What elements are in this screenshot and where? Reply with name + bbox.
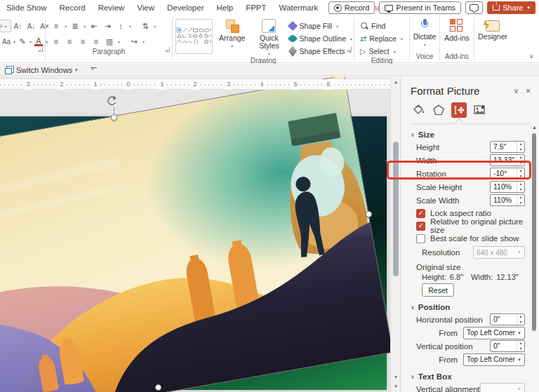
- width-spinner[interactable]: 13.33"▲▼: [490, 154, 525, 166]
- ribbon-pin-icon[interactable]: [91, 67, 97, 72]
- scroll-up-icon[interactable]: ▲: [391, 79, 400, 84]
- canvas-scrollbar[interactable]: ▲ ▼ ▲: [390, 77, 400, 392]
- slide-canvas[interactable]: 3 2 1 0 1 2 3 4 5 6 ▲ ▼ ▲: [0, 77, 400, 392]
- picture-bottom-handle[interactable]: [155, 384, 161, 391]
- rotation-label: Rotation: [416, 170, 490, 178]
- replace-icon: [360, 34, 366, 43]
- addins-button[interactable]: Add-ins: [441, 18, 473, 42]
- textbox-section-header[interactable]: ∨Text Box: [411, 372, 539, 381]
- decrease-font-size-icon[interactable]: [25, 20, 38, 32]
- align-right-icon[interactable]: [76, 35, 89, 48]
- shape-effects-button[interactable]: Shape Effects▾: [289, 46, 354, 57]
- position-section-header[interactable]: ∨Position: [411, 303, 539, 311]
- reset-button[interactable]: Reset: [422, 283, 454, 297]
- arrange-button[interactable]: Arrange ▾: [215, 18, 248, 48]
- share-button[interactable]: Share ▾: [487, 1, 535, 14]
- menu-tab-watermark[interactable]: Watermark: [273, 0, 325, 15]
- panel-collapse-icon[interactable]: ∨: [514, 87, 519, 95]
- change-case-icon[interactable]: [0, 35, 13, 48]
- menu-tab-record[interactable]: Record: [53, 0, 92, 15]
- horizontal-position-spinner[interactable]: 0"▲▼: [490, 313, 525, 325]
- lock-aspect-ratio-checkbox[interactable]: [416, 209, 425, 218]
- menu-tab-developer[interactable]: Developer: [161, 0, 210, 15]
- ruler-mark: 2: [58, 79, 65, 90]
- drawing-dialog-launcher-icon[interactable]: [347, 47, 352, 52]
- size-section-header[interactable]: ∨Size: [411, 130, 539, 139]
- panel-scrollbar-thumb[interactable]: [532, 133, 536, 331]
- width-label: Width: [416, 156, 490, 165]
- font-color-icon[interactable]: A: [34, 37, 42, 46]
- increase-indent-icon[interactable]: [101, 20, 114, 32]
- designer-button[interactable]: Designer: [474, 18, 511, 41]
- relative-original-row[interactable]: Relative to original picture size: [416, 219, 539, 232]
- horizontal-from-dropdown[interactable]: Top Left Corner▼: [463, 327, 525, 339]
- best-scale-checkbox[interactable]: [416, 234, 425, 243]
- menu-tab-slide-show[interactable]: Slide Show: [0, 0, 53, 15]
- rotation-handle-icon[interactable]: [105, 95, 118, 107]
- menu-tab-view[interactable]: View: [131, 0, 161, 15]
- ruler-mark: 3: [24, 79, 32, 90]
- shape-fill-button[interactable]: Shape Fill▾: [289, 20, 354, 32]
- shape-outline-button[interactable]: Shape Outline▾: [289, 33, 354, 44]
- decrease-indent-icon[interactable]: [88, 20, 100, 32]
- columns-icon[interactable]: [103, 35, 116, 48]
- find-button[interactable]: Find: [360, 20, 404, 32]
- panel-scroll-up-icon[interactable]: ▲: [532, 125, 537, 130]
- quick-styles-button[interactable]: Quick Styles ▾: [251, 18, 286, 56]
- text-highlight-icon[interactable]: [16, 35, 29, 48]
- increase-font-size-icon[interactable]: [12, 20, 25, 32]
- picture-top-handle[interactable]: [111, 114, 117, 121]
- scale-width-spinner[interactable]: 110%▲▼: [490, 194, 525, 206]
- canvas-scrollbar-thumb[interactable]: [393, 142, 399, 276]
- dictate-button[interactable]: Dictate ▾: [410, 18, 440, 47]
- scale-height-spinner[interactable]: 110%▲▼: [490, 181, 525, 193]
- align-center-icon[interactable]: [63, 35, 76, 48]
- vertical-position-label: Vertical position: [416, 342, 490, 351]
- tab-fill-line[interactable]: [411, 102, 426, 118]
- horizontal-position-label: Horizontal position: [416, 316, 490, 324]
- panel-close-icon[interactable]: ×: [526, 86, 531, 96]
- menu-tab-fppt[interactable]: FPPT: [239, 0, 272, 15]
- replace-label: Replace: [369, 34, 397, 43]
- height-spinner[interactable]: 7.5"▲▼: [490, 141, 525, 153]
- record-button[interactable]: Record: [328, 1, 375, 14]
- sort-icon[interactable]: [139, 20, 152, 32]
- original-size-values: Height: 6.8" Width: 12.13": [422, 273, 539, 281]
- select-button[interactable]: Select▾: [360, 46, 404, 57]
- tab-size-properties[interactable]: [451, 102, 467, 118]
- align-justify-icon[interactable]: [90, 35, 102, 48]
- paragraph-dialog-launcher-icon[interactable]: [165, 47, 170, 52]
- menu-tab-review[interactable]: Review: [92, 0, 131, 15]
- rotation-spinner[interactable]: -10°▲▼: [490, 168, 525, 180]
- switch-windows-button[interactable]: Switch Windows: [16, 66, 72, 74]
- line-spacing-icon[interactable]: [114, 20, 127, 32]
- collapse-ribbon-icon[interactable]: ∨: [529, 53, 533, 60]
- select-label: Select: [368, 47, 389, 55]
- quick-styles-caret-icon: ▾: [268, 51, 270, 56]
- font-dialog-launcher-icon[interactable]: [38, 47, 43, 52]
- best-scale-label: Best scale for slide show: [430, 234, 519, 243]
- replace-button[interactable]: Replace▾: [360, 33, 404, 44]
- vertical-position-spinner[interactable]: 0"▲▼: [490, 340, 525, 352]
- shapes-gallery[interactable]: [175, 19, 213, 54]
- tab-picture[interactable]: [472, 102, 487, 118]
- vertical-from-dropdown[interactable]: Top Left Corner▼: [463, 353, 525, 366]
- find-label: Find: [371, 22, 385, 30]
- tab-effects[interactable]: [431, 102, 446, 118]
- menu-tab-help[interactable]: Help: [210, 0, 239, 15]
- rotation-row: Rotation -10°▲▼: [416, 167, 525, 180]
- present-in-teams-button[interactable]: Present in Teams: [379, 1, 461, 14]
- horizontal-ruler: 3 2 1 0 1 2 3 4 5 6: [0, 79, 390, 90]
- scroll-down-icon[interactable]: ▼: [391, 374, 400, 379]
- align-left-icon[interactable]: [50, 35, 62, 48]
- picture-right-handle[interactable]: [366, 211, 372, 217]
- comments-button[interactable]: [465, 1, 483, 14]
- next-slide-icon[interactable]: ▲: [391, 383, 400, 388]
- relative-original-checkbox[interactable]: [416, 222, 425, 231]
- numbering-icon[interactable]: [69, 20, 81, 32]
- gallery-scroll-icons[interactable]: [210, 29, 211, 43]
- font-size-combo[interactable]: 4+▾: [0, 20, 11, 32]
- convert-smartart-icon[interactable]: [128, 35, 140, 48]
- horizontal-from-label: From: [439, 329, 458, 337]
- bullets-icon[interactable]: [50, 20, 62, 32]
